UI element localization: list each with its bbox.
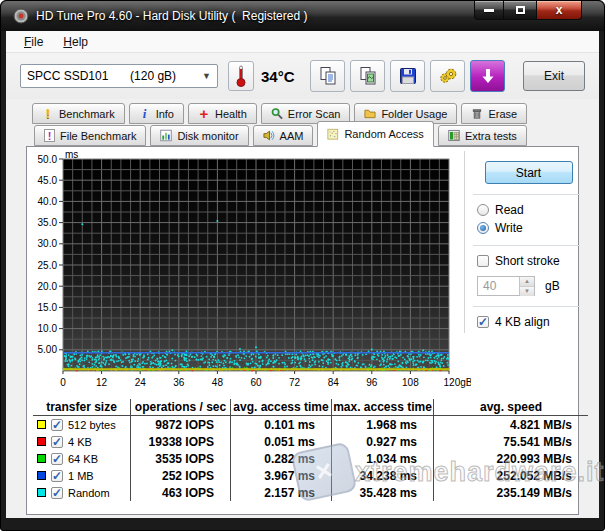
menu-file[interactable]: File	[14, 32, 53, 52]
series-color-swatch	[37, 454, 46, 463]
download-arrow-icon	[478, 66, 498, 86]
write-radio-circle	[477, 222, 489, 234]
short-stroke-checkbox-box	[477, 255, 489, 267]
temperature-label: 34°C	[261, 68, 295, 85]
app-icon	[13, 8, 29, 24]
4kb-align-checkbox[interactable]: 4 KB align	[477, 315, 580, 329]
svg-text:72: 72	[289, 377, 301, 388]
window-title: HD Tune Pro 4.60 - Hard Disk Utility ( R…	[36, 9, 307, 23]
tab-aam[interactable]: AAM	[253, 125, 314, 146]
4kb-align-checkbox-box	[477, 316, 489, 328]
svg-text:30.0: 30.0	[38, 238, 58, 249]
column-header: max. access time	[331, 399, 433, 416]
speaker-icon	[263, 129, 275, 142]
maximize-button[interactable]	[504, 1, 536, 20]
read-radio-circle	[477, 204, 489, 216]
short-stroke-size-input[interactable]: 40 ▲ ▼	[477, 276, 535, 296]
drive-name: SPCC SSD101	[27, 69, 130, 83]
tab-benchmark[interactable]: ! Benchmark	[32, 103, 125, 124]
table-cell: 3.967 ms	[230, 467, 331, 484]
tab-file-benchmark[interactable]: ! File Benchmark	[34, 125, 146, 146]
tab-erase[interactable]: Erase	[461, 103, 527, 124]
tab-extra-tests[interactable]: Extra tests	[438, 125, 527, 146]
svg-text:20.0: 20.0	[38, 281, 58, 292]
svg-text:25.0: 25.0	[38, 260, 58, 271]
table-cell: 2.157 ms	[230, 484, 331, 501]
series-toggle-checkbox[interactable]	[51, 453, 63, 465]
download-button[interactable]	[470, 60, 505, 92]
copy-text-button[interactable]	[310, 60, 345, 92]
caption-buttons: x	[474, 1, 582, 20]
copy-text-icon	[318, 66, 338, 86]
short-stroke-unit-label: gB	[545, 279, 560, 293]
spin-down-button[interactable]: ▼	[520, 287, 534, 296]
spin-up-button[interactable]: ▲	[520, 277, 534, 287]
table-cell: 252.052 MB/s	[433, 467, 588, 484]
tab-strip: ! Benchmark i Info + Health Error Scan	[6, 99, 599, 146]
close-button[interactable]: x	[536, 1, 582, 20]
series-color-swatch	[37, 437, 46, 446]
series-color-swatch	[37, 420, 46, 429]
drive-selector[interactable]: SPCC SSD101 (120 gB) ▼	[20, 64, 218, 88]
temperature-button[interactable]	[228, 61, 254, 91]
separator	[473, 245, 580, 246]
svg-text:120gB: 120gB	[444, 377, 471, 388]
read-radio[interactable]: Read	[477, 203, 580, 217]
table-row-label: 64 KB	[33, 450, 130, 467]
svg-text:ms: ms	[65, 151, 78, 160]
save-icon	[398, 66, 418, 86]
tab-random-access[interactable]: Random Access	[317, 121, 433, 147]
copy-image-icon	[358, 66, 378, 86]
trash-icon	[471, 107, 483, 120]
tab-info[interactable]: i Info	[129, 103, 184, 124]
app-window: HD Tune Pro 4.60 - Hard Disk Utility ( R…	[0, 0, 605, 531]
svg-text:12: 12	[96, 377, 108, 388]
svg-text:96: 96	[366, 377, 378, 388]
menu-help[interactable]: Help	[53, 32, 98, 52]
table-cell: 34.238 ms	[331, 467, 433, 484]
maximize-icon	[516, 6, 525, 14]
tab-health[interactable]: + Health	[188, 103, 257, 124]
series-toggle-checkbox[interactable]	[51, 470, 63, 482]
series-toggle-checkbox[interactable]	[51, 487, 63, 499]
options-button[interactable]	[430, 60, 465, 92]
menu-bar: File Help	[6, 31, 599, 53]
minimize-button[interactable]	[474, 1, 504, 20]
benchmark-icon: !	[42, 108, 54, 120]
svg-text:108: 108	[402, 377, 419, 388]
separator	[473, 306, 580, 307]
write-radio[interactable]: Write	[477, 221, 580, 235]
random-access-panel: 5.0010.015.020.025.030.035.040.045.050.0…	[26, 146, 579, 515]
svg-text:48: 48	[212, 377, 224, 388]
app-client-area: File Help SPCC SSD101 (120 gB) ▼ 34°C	[6, 31, 599, 518]
series-color-swatch	[37, 488, 46, 497]
short-stroke-checkbox[interactable]: Short stroke	[477, 254, 580, 268]
options-gears-icon	[438, 66, 458, 86]
table-cell: 0.051 ms	[230, 433, 331, 450]
svg-text:10.0: 10.0	[38, 323, 58, 334]
table-cell: 9872 IOPS	[130, 416, 230, 433]
random-access-icon	[327, 127, 339, 141]
folder-icon	[364, 107, 376, 120]
minimize-icon	[484, 9, 494, 12]
series-toggle-checkbox[interactable]	[51, 436, 63, 448]
exit-button[interactable]: Exit	[523, 61, 585, 91]
separator	[473, 194, 580, 195]
close-icon: x	[556, 4, 563, 16]
title-bar: HD Tune Pro 4.60 - Hard Disk Utility ( R…	[1, 1, 604, 31]
access-time-chart: 5.0010.015.020.025.030.035.040.045.050.0…	[29, 151, 471, 393]
magnifier-icon	[271, 107, 283, 120]
table-cell: 3535 IOPS	[130, 450, 230, 467]
tab-disk-monitor[interactable]: Disk monitor	[150, 125, 248, 146]
copy-image-button[interactable]	[350, 60, 385, 92]
test-controls: Start Read Write Short stroke 40	[464, 151, 586, 333]
chevron-down-icon: ▼	[202, 71, 211, 81]
save-button[interactable]	[390, 60, 425, 92]
column-header: transfer size	[33, 399, 130, 416]
start-button[interactable]: Start	[485, 161, 573, 184]
table-cell: 19338 IOPS	[130, 433, 230, 450]
column-header: operations / sec	[130, 399, 230, 416]
series-toggle-checkbox[interactable]	[51, 419, 63, 431]
table-cell: 235.149 MB/s	[433, 484, 588, 501]
table-cell: 463 IOPS	[130, 484, 230, 501]
